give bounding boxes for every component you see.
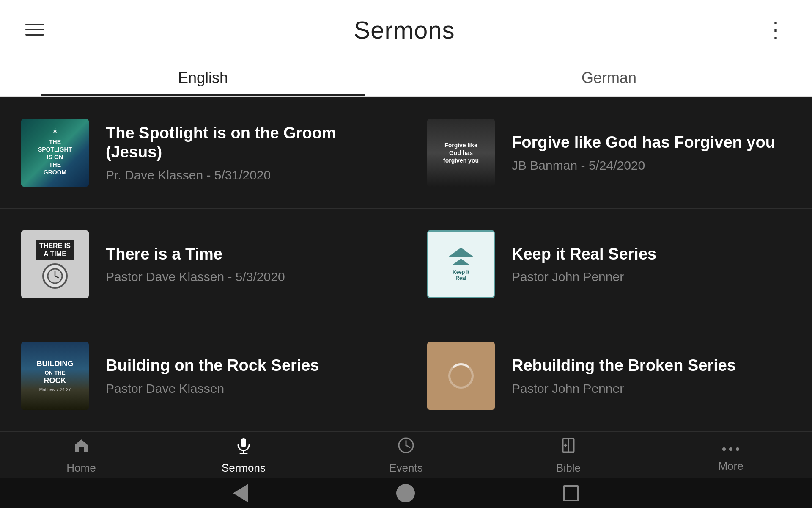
page-title: Sermons — [354, 16, 455, 44]
svg-point-14 — [729, 447, 732, 451]
thumb-spotlight-text: THESPOTLIGHTIS ONTHEGROOM — [34, 134, 76, 181]
sermon-item-4[interactable]: Keep itReal Keep it Real Series Pastor J… — [406, 209, 812, 320]
hamburger-line-2 — [25, 29, 44, 30]
sermon-info-6: Rebuilding the Broken Series Pastor John… — [512, 356, 791, 396]
nav-more[interactable]: More — [650, 432, 812, 478]
clock-icon — [42, 263, 68, 289]
system-bar — [0, 478, 812, 508]
mic-icon — [235, 436, 252, 458]
sermon-title-5: Building on the Rock Series — [106, 356, 384, 375]
sermon-item-6[interactable]: Rebuilding the Broken Series Pastor John… — [406, 320, 812, 432]
sermon-thumbnail-1: THESPOTLIGHTIS ONTHEGROOM — [21, 119, 89, 187]
sermon-title-3: There is a Time — [106, 245, 384, 264]
recents-square-icon — [563, 485, 579, 501]
building-text: BUILDINGON THEROCK — [37, 360, 74, 385]
sermon-title-4: Keep it Real Series — [512, 245, 791, 264]
loading-icon — [448, 363, 474, 389]
sermon-meta-6: Pastor John Penner — [512, 381, 791, 396]
svg-point-15 — [736, 447, 739, 451]
nav-events[interactable]: Events — [325, 432, 487, 478]
home-circle-icon — [396, 484, 415, 502]
sermon-item-3[interactable]: THERE ISA TIME There is a Time Pastor Da… — [0, 209, 406, 320]
hamburger-line-3 — [25, 34, 44, 36]
sermon-meta-5: Pastor Dave Klassen — [106, 381, 384, 396]
nav-events-label: Events — [389, 461, 423, 475]
nav-home[interactable]: Home — [0, 432, 162, 478]
more-icon — [722, 438, 740, 456]
tab-english[interactable]: English — [0, 59, 406, 96]
sermon-meta-1: Pr. Dave Klassen - 5/31/2020 — [106, 168, 384, 182]
sermon-thumbnail-6 — [427, 342, 495, 410]
sermon-meta-2: JB Banman - 5/24/2020 — [512, 158, 791, 173]
sermon-info-2: Forgive like God has Forgiven you JB Ban… — [512, 133, 791, 173]
nav-home-label: Home — [66, 461, 96, 475]
chevron-top — [448, 248, 474, 257]
sermon-thumbnail-4: Keep itReal — [427, 230, 495, 298]
nav-more-label: More — [718, 460, 743, 473]
language-tab-bar: English German — [0, 59, 812, 97]
svg-line-8 — [406, 445, 410, 447]
hamburger-line-1 — [25, 24, 44, 25]
tab-english-label: English — [178, 69, 228, 87]
sermon-info-3: There is a Time Pastor Dave Klassen - 5/… — [106, 245, 384, 284]
bottom-navigation: Home Sermons Events — [0, 432, 812, 478]
sermon-title-6: Rebuilding the Broken Series — [512, 356, 791, 375]
sermon-info-1: The Spotlight is on the Groom (Jesus) Pr… — [106, 124, 384, 182]
tab-german[interactable]: German — [406, 59, 812, 96]
chevron-bottom — [452, 259, 470, 265]
svg-rect-3 — [241, 438, 246, 447]
svg-point-13 — [722, 447, 726, 451]
clock-nav-icon — [397, 436, 415, 458]
keepitreal-label: Keep itReal — [453, 269, 469, 282]
chevrons-icon — [448, 248, 474, 267]
back-triangle-icon — [233, 484, 248, 502]
building-sub: Matthew 7:24-27 — [39, 387, 71, 392]
home-icon — [72, 436, 90, 458]
sermon-item-5[interactable]: BUILDINGON THEROCK Matthew 7:24-27 Build… — [0, 320, 406, 432]
tab-german-label: German — [582, 69, 636, 87]
sermon-grid: THESPOTLIGHTIS ONTHEGROOM The Spotlight … — [0, 97, 812, 432]
thumb-forgive-text: Forgive likeGod hasforgiven you — [439, 137, 483, 169]
sermon-list: THESPOTLIGHTIS ONTHEGROOM The Spotlight … — [0, 97, 812, 432]
sermon-title-2: Forgive like God has Forgiven you — [512, 133, 791, 152]
sermon-thumbnail-3: THERE ISA TIME — [21, 230, 89, 298]
thumb-time-label: THERE ISA TIME — [36, 240, 74, 260]
nav-sermons[interactable]: Sermons — [162, 432, 325, 478]
back-button[interactable] — [233, 484, 248, 502]
sermon-title-1: The Spotlight is on the Groom (Jesus) — [106, 124, 384, 162]
bible-icon — [560, 436, 577, 458]
sermon-item-2[interactable]: Forgive likeGod hasforgiven you Forgive … — [406, 97, 812, 209]
sermon-info-4: Keep it Real Series Pastor John Penner — [512, 245, 791, 284]
hamburger-menu-button[interactable] — [25, 24, 44, 36]
nav-bible-label: Bible — [556, 461, 581, 475]
header: Sermons ⋮ — [0, 0, 812, 59]
overflow-menu-button[interactable]: ⋮ — [765, 19, 787, 41]
sermon-info-5: Building on the Rock Series Pastor Dave … — [106, 356, 384, 396]
sermon-thumbnail-2: Forgive likeGod hasforgiven you — [427, 119, 495, 187]
sermon-meta-4: Pastor John Penner — [512, 270, 791, 284]
nav-bible[interactable]: Bible — [487, 432, 650, 478]
sermon-thumbnail-5: BUILDINGON THEROCK Matthew 7:24-27 — [21, 342, 89, 410]
home-button[interactable] — [396, 484, 415, 502]
nav-sermons-label: Sermons — [222, 461, 266, 475]
recents-button[interactable] — [563, 485, 579, 501]
sermon-item-1[interactable]: THESPOTLIGHTIS ONTHEGROOM The Spotlight … — [0, 97, 406, 209]
sermon-meta-3: Pastor Dave Klassen - 5/3/2020 — [106, 270, 384, 284]
